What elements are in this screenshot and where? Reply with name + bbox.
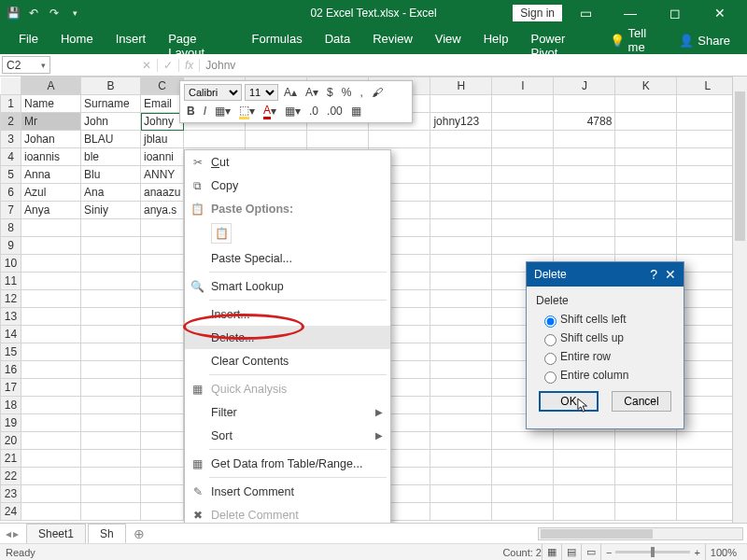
radio-shift-up[interactable]: Shift cells up xyxy=(536,329,674,348)
cell-H12[interactable] xyxy=(430,290,492,308)
row-header-5[interactable]: 5 xyxy=(1,166,21,184)
cell-C4[interactable]: ioanni xyxy=(141,148,184,166)
cell-L6[interactable] xyxy=(677,184,739,202)
cell-H19[interactable] xyxy=(430,414,492,432)
cancel-button[interactable]: Cancel xyxy=(612,391,671,412)
cell-A17[interactable] xyxy=(21,379,81,397)
cell-K20[interactable] xyxy=(615,432,677,450)
cell-A9[interactable] xyxy=(21,237,81,255)
cell-K5[interactable] xyxy=(615,166,677,184)
cell-A6[interactable]: Azul xyxy=(21,184,81,202)
cell-B9[interactable] xyxy=(81,237,141,255)
cell-L9[interactable] xyxy=(677,237,739,255)
row-header-2[interactable]: 2 xyxy=(1,113,21,131)
cell-J2[interactable]: 4788 xyxy=(554,113,615,131)
menu-insert-comment[interactable]: ✎Insert Comment xyxy=(185,480,390,503)
cell-A23[interactable] xyxy=(21,485,81,503)
tab-view[interactable]: View xyxy=(424,26,472,54)
cell-J20[interactable] xyxy=(554,432,615,450)
cell-H4[interactable] xyxy=(430,148,492,166)
cell-H18[interactable] xyxy=(430,397,492,414)
cell-B18[interactable] xyxy=(81,397,141,414)
sheet-tab-sheet1[interactable]: Sheet1 xyxy=(26,524,86,543)
cell-C12[interactable] xyxy=(141,290,184,308)
cell-L7[interactable] xyxy=(677,202,739,219)
cell-H7[interactable] xyxy=(430,202,492,219)
cell-C10[interactable] xyxy=(141,255,184,273)
select-all-button[interactable] xyxy=(1,77,21,95)
cell-L1[interactable] xyxy=(677,95,739,113)
cell-I4[interactable] xyxy=(492,148,554,166)
radio-shift-left[interactable]: Shift cells left xyxy=(536,311,674,329)
sheet-tab-active[interactable]: Sh xyxy=(88,524,126,544)
cell-J21[interactable] xyxy=(554,450,615,468)
row-header-7[interactable]: 7 xyxy=(1,202,21,219)
sheet-prev-icon[interactable]: ◂ xyxy=(6,527,11,540)
cell-B12[interactable] xyxy=(81,290,141,308)
menu-delete[interactable]: Delete... xyxy=(185,326,390,349)
cell-I20[interactable] xyxy=(492,432,554,450)
cell-C14[interactable] xyxy=(141,326,184,343)
ribbon-options-icon[interactable]: ▭ xyxy=(564,0,607,26)
cell-H14[interactable] xyxy=(430,326,492,343)
cell-H8[interactable] xyxy=(430,219,492,237)
cell-L4[interactable] xyxy=(677,148,739,166)
radio-entire-column[interactable]: Entire column xyxy=(536,367,674,385)
cell-B17[interactable] xyxy=(81,379,141,397)
row-header-10[interactable]: 10 xyxy=(1,255,21,273)
cell-K7[interactable] xyxy=(615,202,677,219)
row-header-23[interactable]: 23 xyxy=(1,485,21,503)
cell-H24[interactable] xyxy=(430,503,492,521)
tab-home[interactable]: Home xyxy=(49,26,105,54)
cell-A7[interactable]: Anya xyxy=(21,202,81,219)
cell-J9[interactable] xyxy=(554,237,615,255)
row-header-18[interactable]: 18 xyxy=(1,397,21,414)
cell-B16[interactable] xyxy=(81,361,141,379)
cell-A16[interactable] xyxy=(21,361,81,379)
qat-dropdown-icon[interactable]: ▾ xyxy=(67,6,82,21)
row-header-19[interactable]: 19 xyxy=(1,414,21,432)
cell-I7[interactable] xyxy=(492,202,554,219)
cell-H1[interactable] xyxy=(430,95,492,113)
row-header-22[interactable]: 22 xyxy=(1,468,21,485)
cell-A21[interactable] xyxy=(21,450,81,468)
cell-D3[interactable] xyxy=(184,131,246,148)
cell-H16[interactable] xyxy=(430,361,492,379)
cell-L16[interactable] xyxy=(677,361,739,379)
cell-L12[interactable] xyxy=(677,290,739,308)
maximize-button[interactable]: ◻ xyxy=(654,0,697,26)
row-header-11[interactable]: 11 xyxy=(1,273,21,290)
row-header-13[interactable]: 13 xyxy=(1,308,21,326)
cell-K4[interactable] xyxy=(615,148,677,166)
cell-L14[interactable] xyxy=(677,326,739,343)
cell-A18[interactable] xyxy=(21,397,81,414)
cell-I24[interactable] xyxy=(492,503,554,521)
cell-H2[interactable]: johny123 xyxy=(430,113,492,131)
cell-L18[interactable] xyxy=(677,397,739,414)
row-header-12[interactable]: 12 xyxy=(1,290,21,308)
cell-L15[interactable] xyxy=(677,343,739,361)
dialog-help-icon[interactable]: ? xyxy=(650,267,657,282)
menu-insert[interactable]: Insert... xyxy=(185,302,390,326)
cell-H23[interactable] xyxy=(430,485,492,503)
row-header-3[interactable]: 3 xyxy=(1,131,21,148)
row-header-15[interactable]: 15 xyxy=(1,343,21,361)
column-header-H[interactable]: H xyxy=(430,77,492,95)
cell-B7[interactable]: Siniy xyxy=(81,202,141,219)
cell-I2[interactable] xyxy=(492,113,554,131)
menu-copy[interactable]: ⧉Copy xyxy=(185,174,390,197)
menu-cut[interactable]: ✂Cut xyxy=(185,150,390,174)
cell-J4[interactable] xyxy=(554,148,615,166)
cell-H9[interactable] xyxy=(430,237,492,255)
row-header-9[interactable]: 9 xyxy=(1,237,21,255)
column-header-A[interactable]: A xyxy=(21,77,81,95)
cell-E3[interactable] xyxy=(246,131,307,148)
accounting-format-icon[interactable]: $ xyxy=(324,84,336,101)
cell-J6[interactable] xyxy=(554,184,615,202)
cell-K22[interactable] xyxy=(615,468,677,485)
merge-center-icon[interactable]: ▦▾ xyxy=(282,103,303,119)
cancel-edit-icon[interactable]: ✕ xyxy=(136,59,158,72)
cell-J1[interactable] xyxy=(554,95,615,113)
cell-L3[interactable] xyxy=(677,131,739,148)
menu-filter[interactable]: Filter▶ xyxy=(185,400,390,424)
